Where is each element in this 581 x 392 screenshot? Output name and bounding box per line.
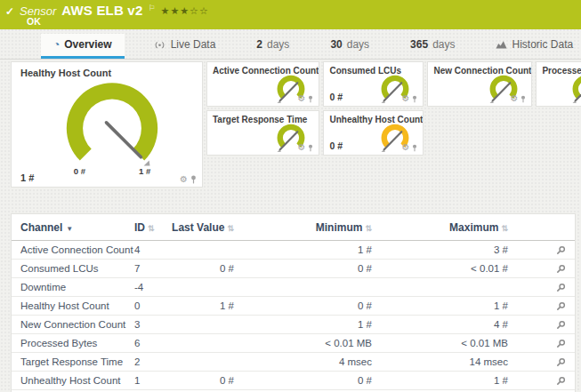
cell-minimum: 0 # <box>234 300 372 311</box>
cell-id: 4 <box>134 244 170 255</box>
cell-channel[interactable]: New Connection Count <box>20 319 134 330</box>
tab-unit: days <box>432 38 455 51</box>
column-header-channel[interactable]: Channel▼ <box>20 221 134 234</box>
sort-icon: ⇅ <box>148 224 155 233</box>
column-header-id[interactable]: ID⇅ <box>134 221 170 234</box>
tab-number: 365 <box>410 38 428 51</box>
cell-maximum: < 0.01 MB <box>372 338 508 348</box>
column-header-minimum[interactable]: Minimum⇅ <box>234 221 372 234</box>
cell-minimum: 0 # <box>234 375 372 386</box>
gauge-panel-healthy-host-count: Healthy Host Count 0 # 1 # 1 # ⚙ <box>11 61 203 188</box>
table-header-row: Channel▼ ID⇅ Last Value⇅ Minimum⇅ Maximu… <box>12 214 575 241</box>
channel-settings-icon[interactable] <box>556 264 566 274</box>
cell-last-value: 1 # <box>170 300 234 311</box>
cell-channel[interactable]: Downtime <box>20 282 134 292</box>
tab-label: Overview <box>64 38 111 51</box>
sort-desc-icon: ▼ <box>66 225 73 233</box>
pin-icon[interactable] <box>412 144 417 152</box>
gauge-dial: 0 # 1 # <box>36 75 188 188</box>
tab-bar: ◔ Overview Live Data 2 days 30 days 365 … <box>0 36 581 60</box>
gear-icon[interactable]: ⚙ <box>297 143 305 152</box>
gauge-tile: Processed Bytes ⚙ <box>536 61 581 107</box>
column-label: Last Value <box>172 221 224 234</box>
cell-channel[interactable]: Processed Bytes <box>20 338 134 348</box>
gauge-scale-min: 0 # <box>74 166 86 176</box>
gear-icon[interactable]: ⚙ <box>401 94 409 103</box>
pin-icon[interactable] <box>308 144 313 152</box>
tab-number: 30 <box>330 38 342 51</box>
pin-icon[interactable] <box>412 95 417 103</box>
cell-channel[interactable]: Target Response Time <box>20 356 134 367</box>
table-row: Unhealthy Host Count 1 0 # 0 # 1 # <box>12 372 575 390</box>
cell-minimum: 1 # <box>234 319 372 330</box>
table-row: Target Response Time 2 4 msec 14 msec <box>12 353 575 372</box>
tab-historic-data[interactable]: Historic Data <box>483 34 581 59</box>
cell-minimum: 1 # <box>234 244 372 255</box>
gauge-max-marker <box>144 160 150 165</box>
column-header-maximum[interactable]: Maximum⇅ <box>372 221 508 234</box>
page-title: AWS ELB v2 <box>61 3 142 18</box>
cell-channel[interactable]: Healthy Host Count <box>20 300 134 311</box>
cell-id: 6 <box>134 338 170 348</box>
cell-channel[interactable]: Consumed LCUs <box>20 263 134 274</box>
pin-icon[interactable] <box>520 95 526 103</box>
cell-id: 1 <box>134 375 170 386</box>
gauge-last-value: 1 # <box>20 172 34 183</box>
gauge-last-value: 0 # <box>329 92 343 102</box>
cell-maximum: < 0.01 # <box>372 263 508 274</box>
tab-live-data[interactable]: Live Data <box>141 34 229 59</box>
cell-maximum: 1 # <box>372 375 508 386</box>
table-body: Active Connection Count 4 1 # 3 # Consum… <box>12 241 575 390</box>
gauge-last-value: 0 # <box>329 140 343 151</box>
cell-channel[interactable]: Unhealthy Host Count <box>20 375 134 386</box>
cell-maximum: 14 msec <box>372 356 508 367</box>
cell-minimum: < 0.01 MB <box>234 338 372 348</box>
gear-icon[interactable]: ⚙ <box>401 143 409 152</box>
cell-minimum: 0 # <box>234 263 372 274</box>
gear-icon[interactable]: ⚙ <box>180 175 188 184</box>
table-row: Processed Bytes 6 < 0.01 MB < 0.01 MB <box>12 334 575 353</box>
cell-minimum: 4 msec <box>234 356 372 367</box>
table-row: Consumed LCUs 7 0 # 0 # < 0.01 # <box>12 260 575 278</box>
channel-settings-icon[interactable] <box>556 245 566 255</box>
tab-365-days[interactable]: 365 days <box>398 34 467 59</box>
cell-last-value: 0 # <box>170 263 234 274</box>
gear-icon[interactable]: ⚙ <box>510 94 518 103</box>
pin-icon[interactable] <box>308 95 313 103</box>
gear-icon[interactable]: ⚙ <box>297 94 305 103</box>
channel-settings-icon[interactable] <box>556 357 566 367</box>
tab-30-days[interactable]: 30 days <box>318 34 382 59</box>
gauge-tile: Consumed LCUs 0 # ⚙ <box>323 61 424 107</box>
tab-overview[interactable]: ◔ Overview <box>41 34 125 59</box>
cell-channel[interactable]: Active Connection Count <box>20 244 134 255</box>
pin-icon[interactable] <box>190 175 197 184</box>
sensor-header-bar: ✓ Sensor AWS ELB v2 ⚐ ★★★☆☆ OK <box>0 0 581 29</box>
channel-settings-icon[interactable] <box>556 339 566 348</box>
gauge-tile: Unhealthy Host Count 0 # ⚙ <box>323 110 424 156</box>
gauge-tile: New Connection Count ⚙ <box>427 61 532 107</box>
chart-icon <box>496 40 507 49</box>
channel-settings-icon[interactable] <box>556 320 566 330</box>
table-row: Downtime -4 <box>12 278 575 297</box>
gauge-section: Healthy Host Count 0 # 1 # 1 # ⚙ Active … <box>11 61 576 188</box>
channel-settings-icon[interactable] <box>556 376 566 386</box>
channel-settings-icon[interactable] <box>556 301 566 311</box>
gauge-scale-max: 1 # <box>139 166 151 176</box>
column-label: Maximum <box>449 221 498 234</box>
column-header-last-value[interactable]: Last Value⇅ <box>170 221 234 234</box>
cell-id: 0 <box>134 300 170 311</box>
status-check-icon: ✓ <box>5 5 14 18</box>
gauge-tile: Target Response Time ⚙ <box>206 110 319 156</box>
cell-last-value: 0 # <box>170 375 234 386</box>
channel-settings-icon[interactable] <box>556 283 566 292</box>
table-row: New Connection Count 3 1 # 4 # <box>12 316 575 334</box>
priority-flag-icon[interactable]: ⚐ <box>148 4 155 12</box>
priority-stars[interactable]: ★★★☆☆ <box>161 5 209 17</box>
tab-2-days[interactable]: 2 days <box>244 34 302 59</box>
tab-number: 2 <box>256 38 262 51</box>
channel-table: Channel▼ ID⇅ Last Value⇅ Minimum⇅ Maximu… <box>11 213 576 392</box>
tab-label: Historic Data <box>512 38 573 51</box>
broadcast-icon <box>153 40 166 50</box>
table-row: Active Connection Count 4 1 # 3 # <box>12 241 575 260</box>
cell-id: 2 <box>134 356 170 367</box>
